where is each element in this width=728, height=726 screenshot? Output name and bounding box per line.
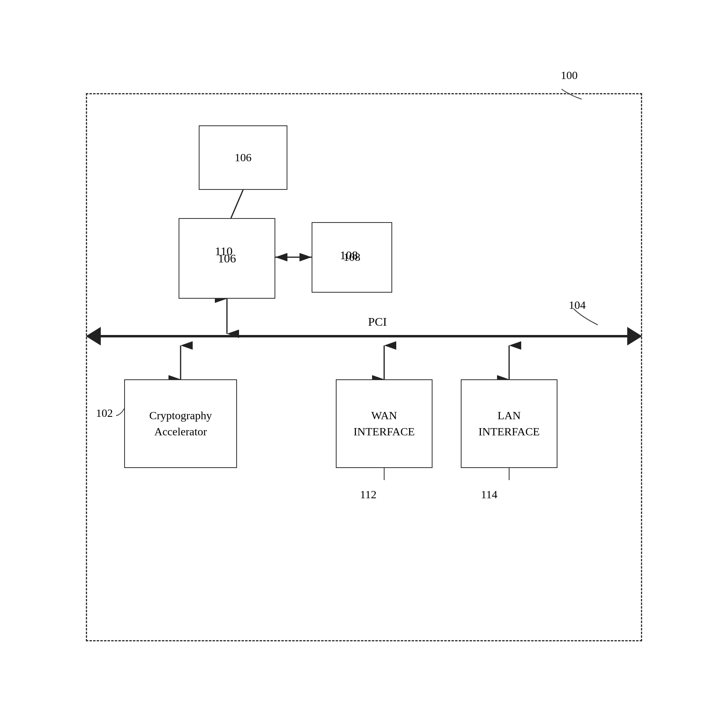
ref-label-112: 112	[360, 488, 376, 501]
diagram-container: 100 106 106 108 PCI 104 Cryptography Acc…	[62, 61, 666, 666]
box-106-text: 106	[235, 150, 252, 165]
page: 100 106 106 108 PCI 104 Cryptography Acc…	[0, 0, 728, 726]
ref-label-104: 104	[569, 299, 586, 312]
box-lan-interface: LAN INTERFACE	[461, 379, 557, 468]
box-106: 106	[199, 125, 287, 190]
wan-text: WAN INTERFACE	[354, 408, 415, 439]
wan-line2: INTERFACE	[354, 425, 415, 438]
ref-label-100: 100	[561, 69, 578, 82]
box-cryptography-accelerator: Cryptography Accelerator	[124, 379, 237, 468]
box-110: 106	[179, 218, 275, 299]
lan-text: LAN INTERFACE	[478, 408, 540, 439]
lan-line1: LAN	[497, 409, 521, 422]
pci-label: PCI	[368, 315, 387, 329]
crypto-line2: Accelerator	[154, 425, 207, 438]
lan-line2: INTERFACE	[478, 425, 540, 438]
ref-label-114: 114	[481, 488, 497, 501]
wan-line1: WAN	[371, 409, 397, 422]
box-wan-interface: WAN INTERFACE	[336, 379, 433, 468]
crypto-line1: Cryptography	[149, 409, 212, 422]
outer-system-box	[86, 93, 642, 641]
crypto-text: Cryptography Accelerator	[149, 408, 212, 439]
box-108-number-overlay: 108	[340, 248, 358, 262]
box-110-number: 110	[215, 244, 233, 258]
ref-label-102: 102	[96, 407, 113, 420]
